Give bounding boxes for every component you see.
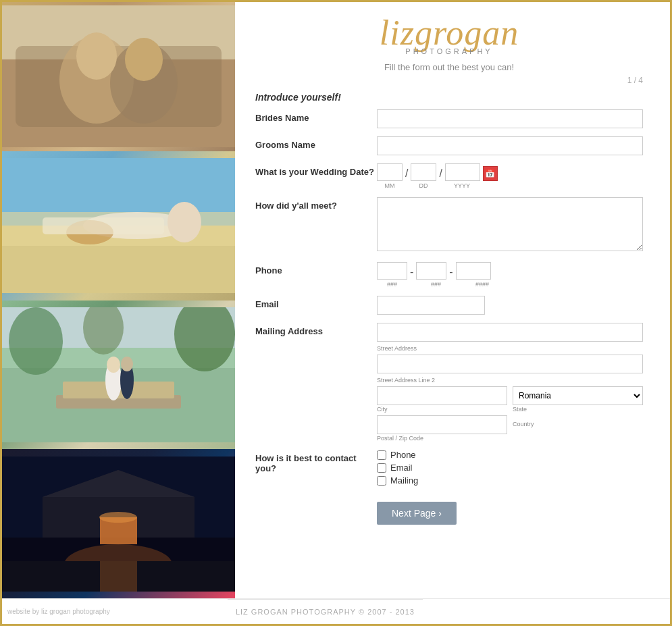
city-sub-label: City: [377, 406, 507, 413]
state-field: Romania United States Canada United King…: [513, 386, 643, 413]
grooms-name-input[interactable]: [377, 136, 643, 155]
date-sep-2: /: [439, 167, 442, 181]
wedding-date-label: What is your Wedding Date?: [255, 163, 377, 177]
photo-4: [2, 449, 235, 598]
phone-sep-1: -: [410, 266, 413, 280]
street-address-line2-input[interactable]: [377, 355, 643, 373]
contact-email-checkbox[interactable]: [377, 463, 386, 473]
phone-input-1[interactable]: [377, 262, 407, 280]
svg-rect-35: [100, 561, 137, 592]
svg-point-18: [9, 307, 63, 375]
wedding-date-row: What is your Wedding Date? / / 📅 MM DD Y…: [255, 163, 643, 189]
how-met-label: How did y'all meet?: [255, 197, 377, 211]
next-page-button[interactable]: Next Page ›: [377, 502, 457, 525]
section-title: Introduce yourself!: [255, 92, 643, 103]
photo-column: [2, 2, 235, 598]
svg-rect-14: [43, 217, 164, 234]
email-field: [377, 296, 643, 315]
phone-input-2[interactable]: [416, 262, 446, 280]
logo-area: lizgrogan PHOTOGRAPHY: [255, 16, 643, 55]
date-yyyy-input[interactable]: [445, 163, 480, 181]
wedding-date-field: / / 📅 MM DD YYYY: [377, 163, 643, 189]
contact-phone-checkbox[interactable]: [377, 450, 386, 460]
contact-method-label: How is it best to contact you?: [255, 450, 377, 473]
contact-email-label: Email: [390, 463, 413, 473]
city-input[interactable]: [377, 386, 507, 405]
svg-point-7: [125, 38, 163, 81]
brides-name-field: [377, 109, 643, 128]
date-mm-input[interactable]: [377, 163, 403, 181]
city-field: City: [377, 386, 507, 413]
contact-method-field: Phone Email Mailing: [377, 450, 643, 486]
brides-name-row: Brides Name: [255, 109, 643, 128]
photo-2: [2, 151, 235, 301]
zip-input[interactable]: [377, 415, 507, 434]
phone-label: Phone: [255, 262, 377, 276]
phone-sep-2: -: [449, 266, 453, 280]
mailing-address-label: Mailing Address: [255, 323, 377, 336]
contact-phone-label: Phone: [390, 450, 416, 460]
contact-mailing-option[interactable]: Mailing: [377, 475, 643, 486]
date-sep-1: /: [405, 167, 408, 181]
logo-sub: PHOTOGRAPHY: [255, 47, 643, 55]
grooms-name-field: [377, 136, 643, 155]
svg-point-12: [167, 202, 201, 242]
contact-mailing-label: Mailing: [390, 475, 418, 486]
mailing-address-field: Street Address Street Address Line 2 Cit…: [377, 323, 643, 442]
svg-point-6: [76, 32, 117, 80]
photo-credit: website by liz grogan photography: [2, 606, 115, 617]
grooms-name-label: Grooms Name: [255, 136, 377, 150]
page-indicator: 1 / 4: [255, 76, 643, 85]
svg-point-26: [121, 357, 133, 371]
brides-name-input[interactable]: [377, 109, 643, 128]
form-column: lizgrogan PHOTOGRAPHY Fill the form out …: [235, 2, 670, 598]
date-mm-label: MM: [377, 182, 403, 189]
svg-point-32: [99, 512, 137, 523]
brides-name-label: Brides Name: [255, 109, 377, 123]
contact-email-option[interactable]: Email: [377, 463, 643, 473]
footer-copyright: LIZ GROGAN PHOTOGRAPHY © 2007 - 2013: [228, 599, 423, 624]
how-met-textarea[interactable]: [377, 197, 643, 251]
email-input[interactable]: [377, 296, 485, 315]
photo-1: [2, 2, 235, 151]
phone-field: - - ### ### ####: [377, 262, 643, 288]
contact-method-row: How is it best to contact you? Phone Ema…: [255, 450, 643, 486]
phone-row: Phone - - ### ### ####: [255, 262, 643, 288]
email-label: Email: [255, 296, 377, 309]
date-dd-input[interactable]: [411, 163, 436, 181]
logo-script: lizgrogan: [255, 16, 643, 51]
street-address-line2-sub-label: Street Address Line 2: [377, 377, 643, 384]
zip-sub-label: Postal / Zip Code: [377, 435, 507, 442]
tagline: Fill the form out the best you can!: [255, 62, 643, 72]
photo-3: [2, 301, 235, 450]
phone-label-3: ####: [465, 281, 500, 288]
phone-input-3[interactable]: [456, 262, 491, 280]
svg-point-25: [107, 357, 120, 373]
state-sub-label: State: [513, 406, 643, 413]
street-address-input[interactable]: [377, 323, 643, 342]
country-field: Country: [513, 415, 643, 427]
how-met-row: How did y'all meet?: [255, 197, 643, 254]
grooms-name-row: Grooms Name: [255, 136, 643, 155]
phone-label-2: ###: [421, 281, 451, 288]
country-select[interactable]: Romania United States Canada United King…: [513, 386, 643, 405]
contact-phone-option[interactable]: Phone: [377, 450, 643, 460]
street-address-sub-label: Street Address: [377, 345, 643, 352]
country-sub-label: Country: [513, 421, 643, 427]
phone-label-1: ###: [377, 281, 407, 288]
zip-field: Postal / Zip Code: [377, 415, 507, 442]
how-met-field: [377, 197, 643, 254]
date-yyyy-label: YYYY: [444, 182, 480, 189]
date-dd-label: DD: [411, 182, 436, 189]
email-row: Email: [255, 296, 643, 315]
contact-mailing-checkbox[interactable]: [377, 476, 386, 486]
calendar-icon[interactable]: 📅: [483, 166, 498, 181]
mailing-address-row: Mailing Address Street Address Street Ad…: [255, 323, 643, 442]
